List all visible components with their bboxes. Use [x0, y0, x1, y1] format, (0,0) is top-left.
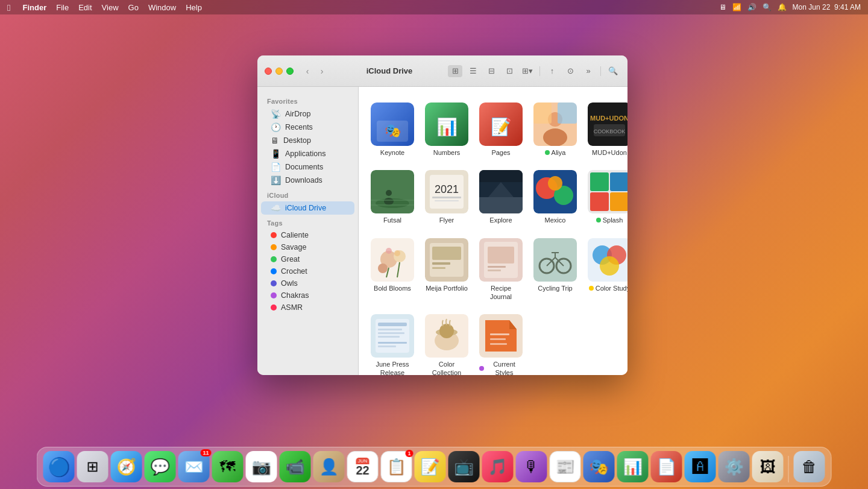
dock-notes[interactable]: 📝 [415, 451, 446, 482]
sidebar-label-crochet: Crochet [281, 267, 307, 276]
sidebar-tag-caliente[interactable]: Caliente [261, 229, 354, 241]
sidebar-tag-chakras[interactable]: Chakras [261, 289, 354, 301]
file-grid: 🎭 Keynote 📊 Numbers [359, 87, 627, 375]
meija-portfolio-label: Meija Portfolio [426, 284, 468, 292]
dock-calendar[interactable]: JUN 22 [347, 451, 379, 482]
file-numbers[interactable]: 📊 Numbers [423, 99, 471, 160]
mud-udon-label: MUD+Udon [592, 148, 627, 157]
menu-edit[interactable]: Edit [78, 3, 92, 12]
tag-button[interactable]: ⊙ [563, 65, 577, 77]
file-pages[interactable]: 📝 Pages [477, 99, 525, 160]
file-aliya[interactable]: Aliya [531, 99, 579, 160]
icon-view-button[interactable]: ⊞ [448, 65, 462, 77]
menu-file[interactable]: File [56, 3, 69, 12]
menu-notification-icon[interactable]: 🔔 [778, 3, 787, 11]
svg-text:📝: 📝 [491, 117, 512, 137]
dock-podcasts[interactable]: 🎙 [516, 451, 547, 482]
file-meija-portfolio[interactable]: Meija Portfolio [423, 235, 471, 305]
maximize-button[interactable] [286, 68, 294, 75]
menu-go[interactable]: Go [128, 3, 139, 12]
file-color-study[interactable]: Color Study [585, 235, 627, 305]
sidebar-tag-asmr[interactable]: ASMR [261, 301, 354, 314]
forward-button[interactable]: › [315, 66, 329, 77]
dock-safari[interactable]: 🧭 [111, 451, 142, 482]
dock-music[interactable]: 🎵 [482, 451, 514, 482]
dock-appstore[interactable]: 🅰 [685, 451, 716, 482]
gallery-view-button[interactable]: ⊡ [502, 65, 517, 77]
sidebar-tag-crochet[interactable]: Crochet [261, 265, 354, 277]
sidebar-item-desktop[interactable]: 🖥 Desktop [261, 134, 354, 147]
sidebar-tag-owls[interactable]: Owls [261, 277, 354, 289]
dock-maps[interactable]: 🗺 [212, 451, 244, 482]
file-current-styles[interactable]: Current Styles [477, 311, 525, 375]
menu-volume-icon: 🔊 [747, 3, 756, 11]
dock-launchpad[interactable]: ⊞ [77, 451, 108, 482]
dock-reminders[interactable]: 📋 1 [381, 451, 412, 482]
dock-appletv[interactable]: 📺 [448, 451, 480, 482]
dock-photos[interactable]: 📷 [246, 451, 277, 482]
sidebar-item-icloud-drive[interactable]: ☁️ iCloud Drive [261, 201, 354, 215]
menu-window[interactable]: Window [148, 3, 176, 12]
file-flyer[interactable]: 2021 Flyer [423, 166, 471, 228]
file-recipe-journal[interactable]: Recipe Journal [477, 235, 525, 305]
dock-preview[interactable]: 🖼 [752, 451, 784, 482]
dock-news[interactable]: 📰 [550, 451, 581, 482]
dock-trash[interactable]: 🗑 [794, 451, 825, 482]
menu-view[interactable]: View [102, 3, 119, 12]
file-futsal[interactable]: Futsal [368, 166, 417, 228]
search-button[interactable]: 🔍 [606, 65, 620, 77]
toolbar-icons: ⊞ ☰ ⊟ ⊡ ⊞▾ ↑ ⊙ » 🔍 [448, 65, 620, 77]
menu-help[interactable]: Help [186, 3, 202, 12]
file-explore[interactable]: Explore [477, 166, 525, 228]
sidebar-item-airdrop[interactable]: 📡 AirDrop [261, 107, 354, 121]
dock-keynote[interactable]: 🎭 [583, 451, 615, 482]
file-keynote[interactable]: 🎭 Keynote [368, 99, 417, 160]
apple-menu[interactable]:  [7, 2, 10, 13]
dock-facetime[interactable]: 📹 [280, 451, 311, 482]
sidebar-item-downloads[interactable]: ⬇️ Downloads [261, 174, 354, 187]
file-color-collection[interactable]: Color Collection [423, 311, 471, 375]
back-button[interactable]: ‹ [301, 66, 314, 77]
svg-text:2021: 2021 [435, 183, 459, 195]
dock: 🔵 ⊞ 🧭 💬 ✉️ 11 🗺 📷 📹 👤 JUN 22 📋 1 [37, 447, 832, 487]
dock-messages[interactable]: 💬 [145, 451, 176, 482]
dock-finder[interactable]: 🔵 [43, 451, 75, 482]
dock-contacts[interactable]: 👤 [313, 451, 345, 482]
file-mud-udon[interactable]: MUD+UDON COOKBOOK MUD+Udon [585, 99, 627, 160]
sidebar-tag-savage[interactable]: Savage [261, 241, 354, 253]
list-view-button[interactable]: ☰ [466, 65, 480, 77]
column-view-button[interactable]: ⊟ [484, 65, 498, 77]
splash-tag-dot [596, 218, 601, 222]
sidebar-label-airdrop: AirDrop [285, 110, 310, 118]
file-bold-blooms[interactable]: Bold Blooms [368, 235, 417, 305]
file-june-press[interactable]: June Press Release [368, 311, 417, 375]
launchpad-icon: ⊞ [87, 458, 99, 475]
minimize-button[interactable] [275, 68, 283, 75]
dock-mail[interactable]: ✉️ 11 [178, 451, 210, 482]
sidebar-label-icloud-drive: iCloud Drive [285, 204, 326, 212]
sort-button[interactable]: ⊞▾ [520, 65, 535, 77]
dock-system-prefs[interactable]: ⚙️ [719, 451, 750, 482]
file-cycling-trip[interactable]: Cycling Trip [531, 235, 579, 305]
sidebar-tag-great[interactable]: Great [261, 253, 354, 265]
share-button[interactable]: ↑ [545, 65, 559, 77]
sidebar-item-applications[interactable]: 📱 Applications [261, 147, 354, 160]
sidebar-item-documents[interactable]: 📄 Documents [261, 160, 354, 174]
file-mexico[interactable]: Mexico [531, 166, 579, 228]
more-button[interactable]: » [581, 65, 596, 77]
close-button[interactable] [265, 68, 272, 75]
icloud-drive-icon: ☁️ [271, 203, 281, 213]
dock-numbers[interactable]: 📊 [617, 451, 649, 482]
cycling-trip-label: Cycling Trip [538, 284, 572, 292]
menubar-app-name[interactable]: Finder [22, 3, 46, 12]
svg-rect-73 [378, 329, 402, 330]
file-splash[interactable]: Splash [585, 166, 627, 228]
aliya-label: Aliya [552, 148, 566, 157]
title-bar: ‹ › iCloud Drive ⊞ ☰ ⊟ ⊡ ⊞▾ ↑ ⊙ » 🔍 [257, 55, 627, 87]
svg-point-47 [386, 248, 392, 254]
menu-search-icon[interactable]: 🔍 [763, 3, 772, 11]
toolbar-sep-1 [539, 66, 540, 76]
bold-blooms-thumb [371, 238, 414, 282]
sidebar-item-recents[interactable]: 🕐 Recents [261, 121, 354, 134]
dock-pages[interactable]: 📄 [651, 451, 682, 482]
